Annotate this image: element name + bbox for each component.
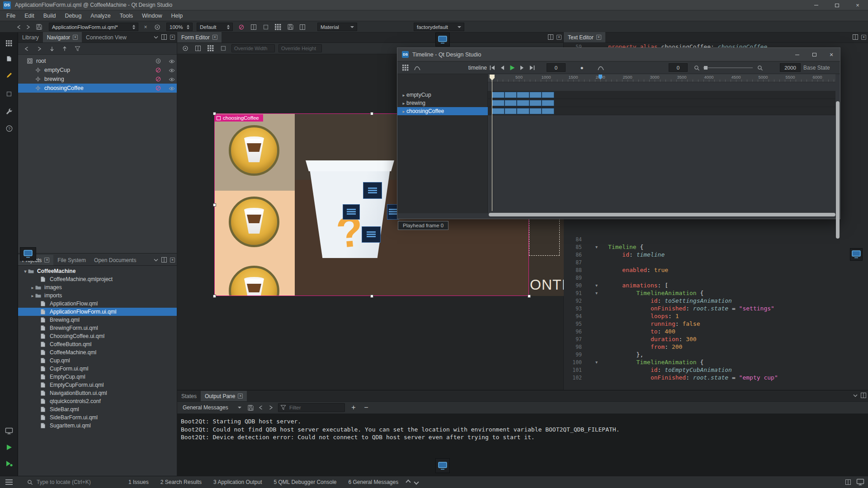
tab-left-library[interactable]: Library <box>18 32 43 42</box>
previous-frame-button[interactable] <box>498 63 507 72</box>
previous-output-icon[interactable] <box>258 405 264 410</box>
project-item-sugaritem-ui-qml[interactable]: SugarItem.ui.qml <box>18 422 177 430</box>
keyframe-cell[interactable] <box>542 100 554 106</box>
project-item-emptycupform-ui-qml[interactable]: EmptyCupForm.ui.qml <box>18 381 177 389</box>
selection-handle[interactable] <box>370 112 373 115</box>
toolbar-action-2-button[interactable] <box>261 23 270 31</box>
keyframe-cell[interactable] <box>517 108 529 114</box>
tab-right-text-editor[interactable]: Text Editor× <box>564 32 605 42</box>
close-tab-icon[interactable]: × <box>212 35 217 40</box>
chevron-right-icon[interactable]: ▸ <box>401 109 406 114</box>
zoom-out-button[interactable]: − <box>362 404 370 412</box>
timeline-name-selector[interactable]: timeline <box>456 61 487 74</box>
keyframe-cell[interactable] <box>529 92 542 98</box>
timeline-window[interactable]: DS Timeline - Qt Design Studio × timelin… <box>397 47 840 219</box>
tab-projects-open-documents[interactable]: Open Documents <box>90 255 140 265</box>
project-item-imports[interactable]: ▸imports <box>18 291 177 300</box>
next-frame-button[interactable] <box>518 63 527 72</box>
keyframe-cell[interactable] <box>492 100 505 106</box>
record-button[interactable]: ● <box>577 63 586 72</box>
close-button[interactable]: × <box>847 0 868 10</box>
select-tool-button[interactable] <box>181 44 190 53</box>
chevron-up-icon[interactable] <box>406 479 411 484</box>
fold-arrow-icon[interactable]: ▾ <box>585 291 608 296</box>
mode-debug-icon[interactable] <box>0 87 18 101</box>
screen-icon[interactable] <box>856 479 864 486</box>
navigator-item-choosingcoffee[interactable]: choosingCoffee <box>18 84 177 93</box>
eye-icon[interactable] <box>169 68 175 74</box>
kit-selector-button[interactable] <box>20 247 36 261</box>
dock-indicator-bottom[interactable] <box>435 458 450 473</box>
keyframe-bar[interactable] <box>492 92 554 98</box>
navigator-item-emptycup[interactable]: emptyCup <box>18 66 177 75</box>
device-monitor-icon[interactable] <box>0 424 18 438</box>
timeline-track-choosingcoffee[interactable]: ▸choosingCoffee <box>397 107 488 115</box>
timeline-settings-icon[interactable] <box>401 63 410 72</box>
move-down-icon[interactable] <box>48 45 56 53</box>
tab-output-states[interactable]: States <box>177 391 201 401</box>
project-item-applicationflow-qml[interactable]: ApplicationFlow.qml <box>18 300 177 308</box>
override-height-input[interactable] <box>278 44 322 52</box>
project-item-navigationbutton-ui-qml[interactable]: NavigationButton.ui.qml <box>18 389 177 397</box>
close-pane-icon[interactable]: × <box>861 35 866 40</box>
menu-hamburger-icon[interactable] <box>0 479 18 485</box>
keyframe-cell[interactable] <box>517 100 529 106</box>
menu-file[interactable]: File <box>2 10 20 21</box>
help-icon[interactable]: ? <box>0 121 18 136</box>
keyframe-cell[interactable] <box>492 92 505 98</box>
project-item-coffeemachine-qmlproject[interactable]: CoffeeMachine.qmlproject <box>18 275 177 283</box>
toolbar-action-1-button[interactable] <box>249 23 258 31</box>
close-document-button[interactable]: × <box>141 23 150 31</box>
skip-to-start-button[interactable] <box>488 63 497 72</box>
panes-icon[interactable] <box>845 479 851 485</box>
project-item-cup-qml[interactable]: Cup.qml <box>18 357 177 365</box>
zoom-in-button[interactable]: + <box>349 404 358 412</box>
close-pane-icon[interactable]: × <box>170 258 175 263</box>
keyframe-cell[interactable] <box>492 108 505 114</box>
selection-handle[interactable] <box>528 295 531 298</box>
spinner-icon[interactable] <box>227 25 230 29</box>
minimize-pane-icon[interactable] <box>853 394 858 397</box>
tab-left-connection-view[interactable]: Connection View <box>82 32 131 42</box>
chevron-right-icon[interactable]: ▸ <box>401 93 406 98</box>
navigator-item-brewing[interactable]: brewing <box>18 75 177 84</box>
menu-window[interactable]: Window <box>137 10 166 21</box>
bounds-tool-button[interactable] <box>219 44 228 53</box>
chevron-right-icon[interactable]: ▸ <box>30 285 35 290</box>
chevron-right-icon[interactable]: ▸ <box>401 101 406 106</box>
project-item-cupform-ui-qml[interactable]: CupForm.ui.qml <box>18 365 177 373</box>
coffee-item-circle[interactable] <box>229 125 279 176</box>
project-item-coffeemachine-qml[interactable]: CoffeeMachine.qml <box>18 348 177 357</box>
keyframe-cell[interactable] <box>529 108 542 114</box>
project-item-emptycup-qml[interactable]: EmptyCup.qml <box>18 373 177 381</box>
mode-welcome-icon[interactable] <box>0 36 18 51</box>
close-tab-icon[interactable]: × <box>238 394 243 399</box>
split-pane-icon[interactable] <box>853 34 858 40</box>
overlay-thumbnail[interactable] <box>363 182 382 199</box>
status-button-2-search-results[interactable]: 2 Search Results <box>160 479 202 485</box>
close-pane-icon[interactable]: × <box>557 35 561 40</box>
project-item-sidebarform-ui-qml[interactable]: SideBarForm.ui.qml <box>18 413 177 422</box>
secondary-frame-field[interactable]: 0 <box>669 63 688 72</box>
console-output[interactable]: Boot2Qt: Starting QDB host server.Boot2Q… <box>177 414 868 476</box>
filter-icon[interactable] <box>73 45 81 53</box>
keyframe-bar[interactable] <box>492 100 554 106</box>
keyframe-cell[interactable] <box>505 100 517 106</box>
pane-menu-icon[interactable] <box>154 36 158 39</box>
project-item-images[interactable]: ▸images <box>18 283 177 291</box>
project-item-brewing-qml[interactable]: Brewing.qml <box>18 316 177 324</box>
project-item-choosingcoffee-ui-qml[interactable]: ChoosingCoffee.ui.qml <box>18 332 177 340</box>
maximize-button[interactable] <box>806 48 823 61</box>
timeline-titlebar[interactable]: DS Timeline - Qt Design Studio × <box>397 48 840 61</box>
menu-tools[interactable]: Tools <box>115 10 137 21</box>
locator[interactable]: Type to locate (Ctrl+K) <box>27 479 122 485</box>
menu-edit[interactable]: Edit <box>20 10 39 21</box>
timeline-track-emptycup[interactable]: ▸emptyCup <box>397 91 488 99</box>
horizontal-scrollbar[interactable] <box>489 213 835 216</box>
close-tab-icon[interactable]: × <box>73 35 78 40</box>
selection-handle[interactable] <box>213 295 216 298</box>
minimize-button[interactable] <box>788 48 806 61</box>
debug-run-button[interactable] <box>0 456 18 471</box>
menu-build[interactable]: Build <box>39 10 61 21</box>
skip-to-end-button[interactable] <box>528 63 537 72</box>
